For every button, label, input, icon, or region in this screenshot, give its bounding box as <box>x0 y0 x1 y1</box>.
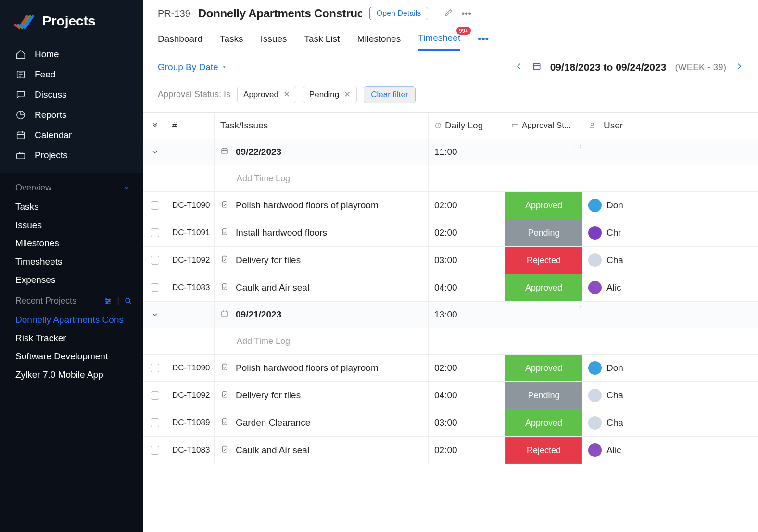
tab-label: Milestones <box>357 34 401 44</box>
sub-label: Tasks <box>15 202 39 212</box>
sub-tasks[interactable]: Tasks <box>0 198 143 216</box>
clipboard-icon <box>220 228 229 239</box>
edit-icon[interactable] <box>444 8 454 20</box>
timesheet-row[interactable]: DC-T1090 Polish hardwood floors of playr… <box>143 355 758 382</box>
row-checkbox[interactable] <box>151 256 159 265</box>
approval-cell[interactable]: Pending <box>505 382 582 409</box>
group-date-cell: 09/22/2023 <box>215 139 429 165</box>
tab-dashboard[interactable]: Dashboard <box>158 28 202 50</box>
tab-label: Task List <box>304 34 340 44</box>
task-cell[interactable]: Garden Clearance <box>215 409 429 436</box>
remove-chip-icon[interactable]: ✕ <box>344 89 351 100</box>
row-checkbox[interactable] <box>151 201 159 210</box>
tab-timesheet[interactable]: Timesheet 99+ <box>418 27 460 51</box>
more-actions-icon[interactable]: ••• <box>461 8 471 19</box>
nav-home[interactable]: Home <box>0 44 143 64</box>
task-cell[interactable]: Delivery for tiles <box>215 247 429 274</box>
row-checkbox[interactable] <box>151 228 159 237</box>
row-checkbox[interactable] <box>151 391 159 400</box>
date-picker-button[interactable] <box>532 62 542 73</box>
approval-cell[interactable]: Approved <box>505 409 582 436</box>
recent-project[interactable]: Donnelly Apartments Cons <box>0 311 143 329</box>
approval-cell[interactable]: Rejected <box>505 247 582 274</box>
sub-expenses[interactable]: Expenses <box>0 271 143 289</box>
nav-label: Reports <box>35 110 67 120</box>
clipboard-icon <box>220 445 229 456</box>
approval-cell[interactable]: Rejected <box>505 437 582 464</box>
discuss-icon <box>15 89 26 100</box>
sub-issues[interactable]: Issues <box>0 216 143 234</box>
add-time-log-cell[interactable]: Add Time Log <box>215 328 429 354</box>
clear-filter-button[interactable]: Clear filter <box>364 86 415 103</box>
more-tabs-icon[interactable]: ••• <box>478 33 489 45</box>
main: PR-139 Donnelly Apartments Constructic O… <box>143 0 758 532</box>
empty-cell <box>582 302 758 328</box>
add-time-log-row[interactable]: Add Time Log <box>143 328 758 355</box>
collapse-group-button[interactable] <box>143 139 166 165</box>
task-name: Caulk and Air seal <box>236 445 309 456</box>
user-name: Don <box>606 200 623 211</box>
nav-feed[interactable]: Feed <box>0 64 143 85</box>
group-by-dropdown[interactable]: Group By Date <box>158 62 227 73</box>
remove-chip-icon[interactable]: ✕ <box>283 89 290 100</box>
timesheet-row[interactable]: DC-T1083 Caulk and Air seal 04:00 Approv… <box>143 274 758 302</box>
approval-cell[interactable]: Pending <box>505 219 582 246</box>
user-name: Alic <box>606 445 621 456</box>
task-cell[interactable]: Polish hardwood floors of playroom <box>215 355 429 381</box>
nav-calendar[interactable]: Calendar <box>0 125 143 145</box>
sub-milestones[interactable]: Milestones <box>0 234 143 253</box>
row-checkbox[interactable] <box>151 364 159 372</box>
recent-project[interactable]: Software Development <box>0 347 143 366</box>
recent-project[interactable]: Zylker 7.0 Mobile App <box>0 366 143 384</box>
group-total: 13:00 <box>429 302 505 328</box>
approval-cell[interactable]: Approved <box>505 274 582 301</box>
add-time-log-cell[interactable]: Add Time Log <box>215 165 429 191</box>
collapse-group-button[interactable] <box>143 302 166 328</box>
collapse-all-button[interactable] <box>143 113 166 139</box>
recent-project[interactable]: Risk Tracker <box>0 329 143 347</box>
grip-icon[interactable]: ⋮⋮ <box>572 143 582 149</box>
search-icon[interactable] <box>124 297 133 305</box>
tab-task-list[interactable]: Task List <box>304 28 340 50</box>
approval-cell[interactable]: Approved <box>505 355 582 381</box>
row-checkbox[interactable] <box>151 283 159 292</box>
overview-header[interactable]: Overview <box>0 180 143 198</box>
tab-milestones[interactable]: Milestones <box>357 28 401 50</box>
task-cell[interactable]: Caulk and Air seal <box>215 274 429 301</box>
add-time-log-row[interactable]: Add Time Log <box>143 165 758 192</box>
grip-icon[interactable]: ⋮⋮ <box>572 305 582 312</box>
row-checkbox[interactable] <box>151 446 159 455</box>
task-cell[interactable]: Polish hardwood floors of playroom <box>215 192 429 219</box>
task-cell[interactable]: Delivery for tiles <box>215 382 429 409</box>
tab-issues[interactable]: Issues <box>261 28 287 50</box>
avatar <box>588 443 602 457</box>
settings-sliders-icon[interactable] <box>103 297 112 305</box>
open-details-button[interactable]: Open Details <box>369 7 429 20</box>
clipboard-icon <box>220 282 229 293</box>
task-cell[interactable]: Caulk and Air seal <box>215 437 429 464</box>
briefcase-icon <box>15 150 26 161</box>
approval-cell[interactable]: Approved <box>505 192 582 219</box>
task-cell[interactable]: Install hardwood floors <box>215 219 429 246</box>
row-checkbox[interactable] <box>151 418 159 427</box>
sub-label: Expenses <box>15 275 55 285</box>
timesheet-row[interactable]: DC-T1090 Polish hardwood floors of playr… <box>143 192 758 219</box>
nav-projects[interactable]: Projects <box>0 145 143 165</box>
tab-tasks[interactable]: Tasks <box>220 28 243 50</box>
sub-timesheets[interactable]: Timesheets <box>0 253 143 271</box>
timesheet-row[interactable]: DC-T1092 Delivery for tiles 03:00 Reject… <box>143 247 758 274</box>
chip-label: Approved <box>243 90 278 100</box>
nav-discuss[interactable]: Discuss <box>0 85 143 105</box>
timesheet-row[interactable]: DC-T1092 Delivery for tiles 04:00 Pendin… <box>143 382 758 409</box>
nav-reports[interactable]: Reports <box>0 105 143 125</box>
next-week-button[interactable] <box>735 62 744 73</box>
timesheet-row[interactable]: DC-T1083 Caulk and Air seal 02:00 Reject… <box>143 437 758 464</box>
timesheet-row[interactable]: DC-T1089 Garden Clearance 03:00 Approved… <box>143 409 758 437</box>
user-cell: Alic <box>582 437 758 464</box>
timesheet-row[interactable]: DC-T1091 Install hardwood floors 02:00 P… <box>143 219 758 247</box>
row-checkbox-cell <box>143 247 166 274</box>
prev-week-button[interactable] <box>515 62 523 73</box>
col-user: User <box>582 113 758 139</box>
clipboard-icon <box>220 418 229 429</box>
filter-label: Approval Status: Is <box>158 89 230 100</box>
